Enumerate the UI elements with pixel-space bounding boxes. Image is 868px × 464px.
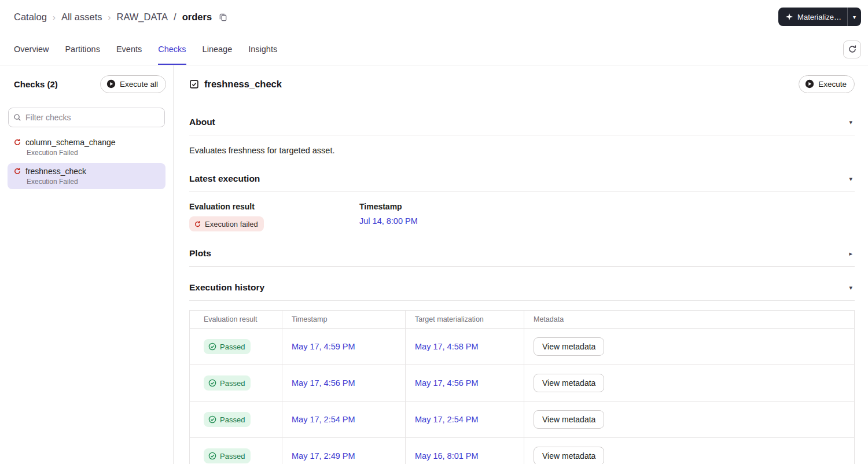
check-detail-panel: freshness_check Execute About ▾ xyxy=(174,65,868,464)
passed-badge-label: Passed xyxy=(220,379,245,388)
column-header-metadata: Metadata xyxy=(524,311,855,329)
materialize-split-button: Materialize… ▾ xyxy=(778,8,861,26)
tab[interactable]: Checks xyxy=(158,34,186,65)
tab[interactable]: Insights xyxy=(248,34,277,65)
view-metadata-button[interactable]: View metadata xyxy=(534,337,604,356)
execution-failed-badge-label: Execution failed xyxy=(205,220,258,229)
target-materialization-cell: May 17, 4:56 PM xyxy=(406,365,524,402)
execute-label: Execute xyxy=(818,80,847,89)
tab-bar-actions xyxy=(843,34,861,65)
check-list-item[interactable]: freshness_check Execution Failed xyxy=(8,163,165,189)
latest-execution-section: Latest execution ▾ Evaluation result xyxy=(189,166,855,241)
play-icon xyxy=(106,79,116,89)
breadcrumb-path-separator: / xyxy=(174,12,176,23)
plots-section: Plots ▸ xyxy=(189,241,855,267)
view-metadata-button[interactable]: View metadata xyxy=(534,374,604,392)
check-status: Execution Failed xyxy=(27,149,160,157)
execution-history-row: Passed May 17, 4:59 PM May 17, 4:58 PM xyxy=(190,329,855,365)
evaluation-result-field: Evaluation result Execution failed xyxy=(189,201,359,231)
latest-timestamp-link[interactable]: Jul 14, 8:00 PM xyxy=(359,216,529,226)
view-metadata-button[interactable]: View metadata xyxy=(534,447,604,464)
tab[interactable]: Overview xyxy=(14,34,49,65)
checks-sidebar: Checks (2) Execute all xyxy=(0,65,174,464)
passed-badge: Passed xyxy=(204,339,251,354)
check-name: freshness_check xyxy=(25,167,86,176)
filter-checks-input[interactable] xyxy=(8,108,165,127)
execution-history-row: Passed May 17, 2:49 PM May 16, 8:01 PM xyxy=(190,438,855,464)
target-materialization-link[interactable]: May 17, 4:56 PM xyxy=(415,378,479,388)
copy-icon[interactable] xyxy=(219,13,227,21)
target-materialization-link[interactable]: May 16, 8:01 PM xyxy=(415,451,479,461)
tab[interactable]: Partitions xyxy=(65,34,100,65)
tab[interactable]: Lineage xyxy=(203,34,233,65)
target-materialization-link[interactable]: May 17, 4:58 PM xyxy=(415,342,479,351)
passed-badge: Passed xyxy=(204,375,251,391)
target-materialization-cell: May 16, 8:01 PM xyxy=(406,438,524,464)
breadcrumb-asset-prefix[interactable]: RAW_DATA xyxy=(116,12,168,23)
target-materialization-cell: May 17, 2:54 PM xyxy=(406,402,524,438)
check-name: column_schema_change xyxy=(25,138,116,147)
execution-history-heading: Execution history xyxy=(189,281,264,294)
refresh-button[interactable] xyxy=(843,40,861,58)
timestamp-link[interactable]: May 17, 2:49 PM xyxy=(292,451,355,461)
metadata-cell: View metadata xyxy=(524,365,855,402)
check-header: freshness_check Execute xyxy=(189,75,855,93)
evaluation-result-label: Evaluation result xyxy=(189,201,359,212)
checks-list: column_schema_change Execution Failed xyxy=(0,134,173,189)
sidebar-header: Checks (2) Execute all xyxy=(0,75,173,93)
metadata-cell: View metadata xyxy=(524,402,855,438)
caret-down-icon[interactable]: ▾ xyxy=(847,118,855,127)
asset-check-icon xyxy=(189,79,199,89)
breadcrumb-asset-name: orders xyxy=(182,12,212,23)
tab-bar: Overview Partitions Events Checks Lineag… xyxy=(0,34,868,65)
top-bar: Catalog › All assets › RAW_DATA / orders xyxy=(0,0,868,34)
passed-badge-label: Passed xyxy=(220,415,245,424)
caret-down-icon[interactable]: ▾ xyxy=(847,175,855,183)
materialize-dropdown-caret-icon[interactable]: ▾ xyxy=(847,8,861,26)
passed-badge-label: Passed xyxy=(220,343,245,351)
latest-execution-heading: Latest execution xyxy=(189,172,260,185)
view-metadata-button[interactable]: View metadata xyxy=(534,410,604,429)
timestamp-link[interactable]: May 17, 4:56 PM xyxy=(292,378,355,388)
result-cell: Passed xyxy=(190,402,282,438)
execution-history-row: Passed May 17, 2:54 PM May 17, 2:54 PM xyxy=(190,402,855,438)
caret-down-icon[interactable]: ▾ xyxy=(847,283,855,292)
target-materialization-cell: May 17, 4:58 PM xyxy=(406,329,524,365)
check-title: freshness_check xyxy=(204,79,282,90)
breadcrumb-all-assets[interactable]: All assets xyxy=(61,12,102,23)
about-description: Evaluates freshness for targeted asset. xyxy=(189,135,855,166)
column-header-evaluation-result: Evaluation result xyxy=(190,311,282,329)
passed-badge-label: Passed xyxy=(220,452,245,461)
execute-all-button[interactable]: Execute all xyxy=(100,75,166,93)
check-circle-icon xyxy=(208,379,216,387)
materialize-button[interactable]: Materialize… xyxy=(778,8,847,26)
about-section: About ▾ Evaluates freshness for targeted… xyxy=(189,109,855,166)
execution-history-section: Execution history ▾ Evaluation result Ti… xyxy=(189,275,855,464)
metadata-cell: View metadata xyxy=(524,438,855,464)
execution-failed-icon xyxy=(194,220,201,228)
execution-failed-icon xyxy=(13,167,21,175)
timestamp-link[interactable]: May 17, 2:54 PM xyxy=(292,415,355,424)
breadcrumb-catalog[interactable]: Catalog xyxy=(14,12,47,23)
result-cell: Passed xyxy=(190,438,282,464)
timestamp-cell: May 17, 2:54 PM xyxy=(282,402,406,438)
timestamp-cell: May 17, 4:56 PM xyxy=(282,365,406,402)
tabs: Overview Partitions Events Checks Lineag… xyxy=(14,34,277,65)
caret-right-icon[interactable]: ▸ xyxy=(847,249,855,258)
timestamp-cell: May 17, 4:59 PM xyxy=(282,329,406,365)
checks-count-title: Checks (2) xyxy=(14,79,58,89)
materialize-button-label: Materialize… xyxy=(797,13,841,21)
column-header-timestamp: Timestamp xyxy=(282,311,406,329)
check-status: Execution Failed xyxy=(27,178,160,186)
target-materialization-link[interactable]: May 17, 2:54 PM xyxy=(415,415,479,424)
timestamp-field: Timestamp Jul 14, 8:00 PM xyxy=(359,201,529,231)
execute-button[interactable]: Execute xyxy=(799,75,855,93)
check-list-item[interactable]: column_schema_change Execution Failed xyxy=(8,134,165,160)
check-circle-icon xyxy=(208,415,216,424)
content: Checks (2) Execute all xyxy=(0,65,868,464)
timestamp-link[interactable]: May 17, 4:59 PM xyxy=(292,342,355,351)
breadcrumb: Catalog › All assets › RAW_DATA / orders xyxy=(14,12,227,23)
tab[interactable]: Events xyxy=(116,34,142,65)
result-cell: Passed xyxy=(190,329,282,365)
sparkle-icon xyxy=(785,13,793,21)
